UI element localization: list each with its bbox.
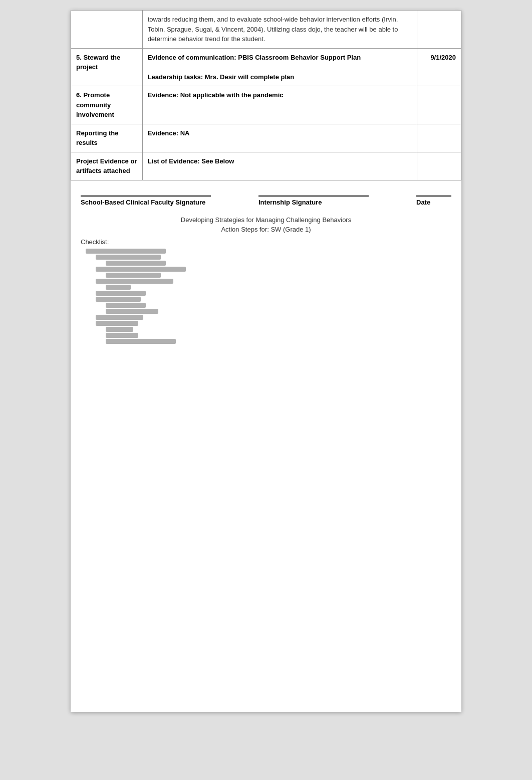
sig-label-3: Date bbox=[416, 199, 430, 206]
list-item bbox=[86, 303, 451, 308]
table-row: 5. Steward the project Evidence of commu… bbox=[71, 48, 461, 86]
checklist-items bbox=[81, 249, 451, 344]
sig-block-2: Internship Signature bbox=[258, 196, 369, 206]
list-item bbox=[86, 315, 451, 320]
list-item bbox=[86, 297, 451, 302]
blurred-text bbox=[96, 321, 138, 326]
blurred-text bbox=[106, 339, 176, 344]
list-item bbox=[86, 309, 451, 314]
cell-content-0: towards reducing them, and to evaluate s… bbox=[142, 11, 417, 49]
list-item bbox=[86, 267, 451, 272]
blurred-text bbox=[96, 315, 143, 320]
list-item bbox=[86, 261, 451, 266]
blurred-text bbox=[106, 285, 131, 290]
list-item bbox=[86, 255, 451, 260]
list-item bbox=[86, 273, 451, 278]
signature-section: School-Based Clinical Faculty Signature … bbox=[71, 180, 461, 211]
blurred-text bbox=[106, 261, 166, 266]
cell-label-0 bbox=[71, 11, 143, 49]
cell-content-4: List of Evidence: See Below bbox=[142, 152, 417, 180]
cell-date-1: 9/1/2020 bbox=[417, 48, 461, 86]
cell-content-2: Evidence: Not applicable with the pandem… bbox=[142, 86, 417, 124]
sig-label-2: Internship Signature bbox=[258, 199, 322, 206]
cell-label-3: Reporting the results bbox=[71, 124, 143, 152]
cell-label-4: Project Evidence or artifacts attached bbox=[71, 152, 143, 180]
blurred-text bbox=[96, 255, 161, 260]
blurred-text bbox=[96, 291, 146, 296]
checklist-section: Developing Strategies for Managing Chall… bbox=[71, 211, 461, 355]
cell-label-1: 5. Steward the project bbox=[71, 48, 143, 86]
cell-content-2-bold: Evidence: Not applicable with the pandem… bbox=[148, 91, 284, 99]
blurred-text bbox=[86, 249, 166, 254]
blurred-text bbox=[106, 303, 146, 308]
cell-content-1-bold: Evidence of communication: PBIS Classroo… bbox=[148, 54, 361, 61]
cell-content-3: Evidence: NA bbox=[142, 124, 417, 152]
cell-date-4 bbox=[417, 152, 461, 180]
cell-date-0 bbox=[417, 11, 461, 49]
cell-date-2 bbox=[417, 86, 461, 124]
list-item bbox=[86, 327, 451, 332]
list-item bbox=[86, 249, 451, 254]
sig-block-1: School-Based Clinical Faculty Signature bbox=[81, 196, 211, 206]
cell-label-2: 6. Promote community involvement bbox=[71, 86, 143, 124]
list-item bbox=[86, 285, 451, 290]
blurred-text bbox=[96, 297, 141, 302]
checklist-label: Checklist: bbox=[81, 238, 451, 246]
page: towards reducing them, and to evaluate s… bbox=[71, 10, 461, 712]
cell-content-3-bold: Evidence: NA bbox=[148, 129, 190, 137]
blurred-text bbox=[106, 327, 133, 332]
sig-block-3: Date bbox=[416, 196, 451, 206]
checklist-subtitle: Action Steps for: SW (Grade 1) bbox=[81, 226, 451, 233]
cell-content-4-bold: List of Evidence: See Below bbox=[148, 157, 234, 165]
blurred-text bbox=[106, 273, 161, 278]
cell-content-1-sub: Leadership tasks: Mrs. Desir will comple… bbox=[148, 73, 295, 81]
sig-label-1: School-Based Clinical Faculty Signature bbox=[81, 199, 205, 206]
list-item bbox=[86, 291, 451, 296]
sig-line-2 bbox=[258, 196, 369, 197]
list-item bbox=[86, 279, 451, 284]
table-row: 6. Promote community involvement Evidenc… bbox=[71, 86, 461, 124]
list-item bbox=[86, 333, 451, 338]
blurred-text bbox=[96, 267, 186, 272]
sig-line-1 bbox=[81, 196, 211, 197]
main-table: towards reducing them, and to evaluate s… bbox=[71, 10, 461, 180]
cell-content-1: Evidence of communication: PBIS Classroo… bbox=[142, 48, 417, 86]
table-row: Reporting the results Evidence: NA bbox=[71, 124, 461, 152]
table-row: towards reducing them, and to evaluate s… bbox=[71, 11, 461, 49]
list-item bbox=[86, 339, 451, 344]
blurred-text bbox=[96, 279, 173, 284]
table-row: Project Evidence or artifacts attached L… bbox=[71, 152, 461, 180]
sig-line-3 bbox=[416, 196, 451, 197]
blurred-text bbox=[106, 309, 158, 314]
checklist-title: Developing Strategies for Managing Chall… bbox=[81, 216, 451, 224]
cell-date-3 bbox=[417, 124, 461, 152]
list-item bbox=[86, 321, 451, 326]
blurred-text bbox=[106, 333, 138, 338]
